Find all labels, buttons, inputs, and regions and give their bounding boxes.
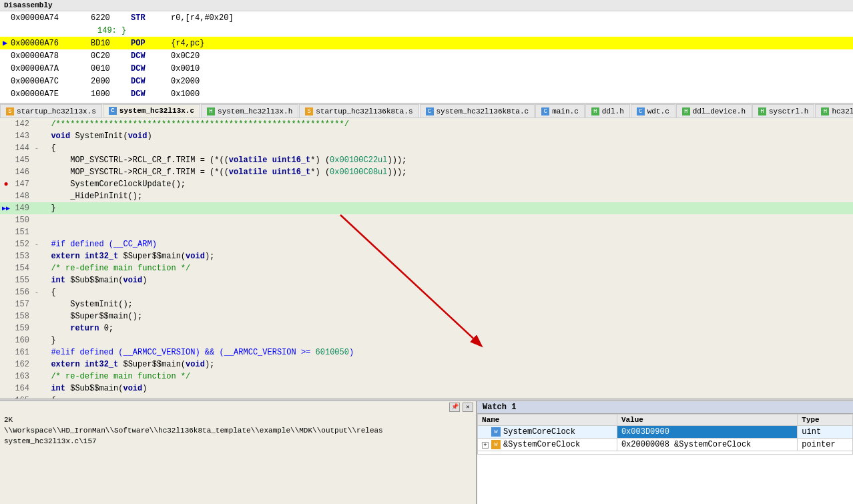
tab-icon: H — [821, 107, 829, 115]
tab-main_c[interactable]: Cmain.c — [535, 104, 585, 117]
code-content: extern int32_t $Super$$main(void); — [41, 252, 853, 261]
code-line-145: 145 MOP_SYSCTRL->RCL_CR_f.TRIM = (*((vol… — [0, 154, 853, 166]
collapse-btn[interactable]: - — [35, 241, 41, 248]
disasm-row: 0x00000A7E1000DCW0x1000 — [0, 87, 853, 100]
line-number: 158 — [11, 312, 35, 321]
code-content: #if defined (__CC_ARM) — [41, 240, 853, 249]
line-number: 151 — [11, 228, 35, 237]
disasm-bytes: 1000 — [91, 89, 131, 99]
watch-tbody: wSystemCoreClock 0x003D0900 uint +w&Syst… — [478, 426, 853, 455]
disasm-row: 0x00000A746220STRr0,[r4,#0x20] — [0, 11, 853, 24]
current-indicator: ▶ — [3, 38, 11, 48]
tab-ddl_device_h[interactable]: Hddl_device.h — [676, 104, 752, 117]
code-content: { — [41, 396, 853, 399]
code-line-154: 154 /* re-define main function */ — [0, 262, 853, 274]
code-line-148: 148 _HidePinInit(); — [0, 190, 853, 202]
code-line-159: 159 return 0; — [0, 322, 853, 334]
tab-icon: S — [6, 107, 14, 115]
watch-col-name: Name — [478, 415, 617, 426]
code-content: { — [41, 288, 853, 297]
code-line-165: 165 - { — [0, 395, 853, 399]
output-line3: system_hc32l13x.c\157 — [4, 436, 472, 447]
code-line-142: 142 /***********************************… — [0, 118, 853, 130]
code-line-150: 150 — [0, 214, 853, 226]
tab-label: system_hc32l13x.h — [218, 107, 292, 115]
disassembly-panel: Disassembly 0x00000A746220STRr0,[r4,#0x2… — [0, 0, 853, 103]
close-bottom-button[interactable]: ✕ — [463, 403, 473, 412]
code-content: SystemInit(); — [41, 300, 853, 309]
tab-label: system_hc32l13x.c — [119, 107, 194, 115]
line-number: 149 — [11, 204, 35, 213]
expand-btn[interactable]: + — [482, 442, 489, 449]
code-line-143: 143 void SystemInit(void) — [0, 130, 853, 142]
code-line-146: 146 MOP_SYSCTRL->RCH_CR_f.TRIM = (*((vol… — [0, 166, 853, 178]
output-line2: \\Workspace\\HD_IronMan\\Software\\hc32l… — [4, 425, 472, 436]
watch-type-cell: uint — [798, 426, 853, 439]
line-number: 150 — [11, 216, 35, 225]
tab-system_hc32l136k8ta_c[interactable]: Csystem_hc32l136k8ta.c — [420, 104, 535, 117]
watch-value-cell: 0x20000008 &SystemCoreClock — [617, 439, 797, 451]
tab-sysctrl_h[interactable]: Hsysctrl.h — [752, 104, 814, 117]
line-number: 157 — [11, 300, 35, 309]
collapse-btn[interactable]: - — [35, 397, 41, 399]
disasm-instr: DCW — [131, 64, 171, 73]
code-line-156: 156 - { — [0, 286, 853, 298]
line-number: 142 — [11, 119, 35, 129]
code-content: SystemCoreClockUpdate(); — [41, 180, 853, 189]
line-number: 156 — [11, 288, 35, 297]
code-line-144: 144 - { — [0, 142, 853, 154]
disasm-row: 149: } — [0, 24, 853, 37]
disasm-operand: 0x2000 — [171, 77, 200, 86]
code-line-161: 161 #elif defined (__ARMCC_VERSION) && (… — [0, 346, 853, 358]
tab-startup_hc32l13x_s[interactable]: Sstartup_hc32l13x.s — [0, 104, 102, 117]
line-number: 160 — [11, 336, 35, 345]
disasm-operand: r0,[r4,#0x20] — [171, 13, 234, 23]
disasm-operand: 0x0C20 — [171, 51, 200, 61]
watch-row — [478, 451, 853, 455]
disasm-row: ▶0x00000A76BD10POP{r4,pc} — [0, 37, 853, 49]
tab-label: startup_hc32l13x.s — [17, 107, 96, 115]
tab-hc32l136k8ta_h[interactable]: Hhc32l136k8ta.h — [815, 104, 853, 117]
watch-col-type: Type — [798, 415, 853, 426]
watch-table: Name Value Type wSystemCoreClock 0x003D0… — [477, 414, 853, 455]
disasm-addr: 0x00000A7C — [11, 77, 91, 86]
tab-label: sysctrl.h — [769, 107, 808, 115]
code-content: { — [41, 144, 853, 153]
watch-name: SystemCoreClock — [503, 427, 575, 437]
line-number: 155 — [11, 276, 35, 285]
tab-icon: H — [758, 107, 766, 115]
code-content: return 0; — [41, 324, 853, 333]
tab-label: wdt.c — [647, 107, 669, 115]
tab-icon: H — [591, 107, 599, 115]
collapse-btn[interactable]: - — [35, 289, 41, 296]
tab-icon: S — [305, 107, 313, 115]
exec-indicator: ▶▶ — [1, 204, 11, 212]
tab-wdt_c[interactable]: Cwdt.c — [631, 104, 675, 117]
tab-icon: C — [541, 107, 549, 115]
bottom-panel: 📌 ✕ 2K \\Workspace\\HD_IronMan\\Software… — [0, 401, 853, 504]
disasm-row: 0x00000A780C20DCW0x0C20 — [0, 49, 853, 62]
disasm-instr: DCW — [131, 89, 171, 99]
code-comment: /* re-define main function */ — [41, 372, 190, 381]
pin-button[interactable]: 📌 — [449, 403, 460, 412]
disasm-comment: 149: } — [11, 26, 126, 35]
code-content: /* re-define main function */ — [41, 372, 853, 381]
line-number: 143 — [11, 132, 35, 141]
line-number: 164 — [11, 384, 35, 393]
tab-ddl_h[interactable]: Hddl.h — [585, 104, 630, 117]
tab-icon: C — [426, 107, 434, 115]
code-content: void SystemInit(void) — [41, 132, 853, 141]
tab-system_hc32l13x_h[interactable]: Hsystem_hc32l13x.h — [201, 104, 298, 117]
tab-system_hc32l13x_c[interactable]: Csystem_hc32l13x.c — [103, 104, 200, 117]
disasm-instr: STR — [131, 13, 171, 23]
collapse-btn[interactable]: - — [35, 145, 41, 152]
enter-expression[interactable] — [478, 451, 853, 455]
breakpoint-indicator: ● — [1, 180, 11, 189]
line-number: 146 — [11, 168, 35, 177]
watch-icon: w — [491, 427, 501, 437]
tab-startup_hc32l136k8ta_s[interactable]: Sstartup_hc32l136k8ta.s — [299, 104, 418, 117]
watch-name-cell: +w&SystemCoreClock — [478, 439, 617, 451]
code-line-163: 163 /* re-define main function */ — [0, 370, 853, 383]
line-number: 161 — [11, 348, 35, 357]
line-number: 163 — [11, 372, 35, 381]
